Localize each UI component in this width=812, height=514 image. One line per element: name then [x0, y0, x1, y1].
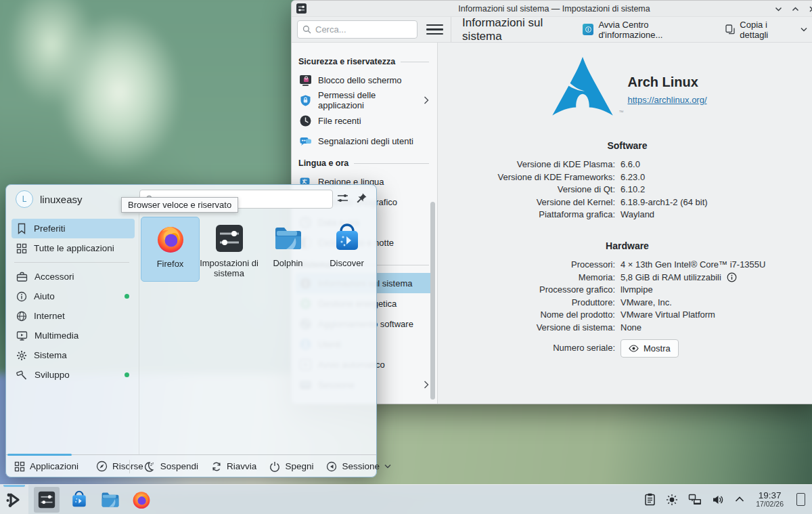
- eye-icon: [629, 345, 639, 352]
- info-row: Piattaforma grafica:Wayland: [438, 209, 812, 221]
- info-row: Nome del prodotto:VMware Virtual Platfor…: [438, 309, 812, 322]
- close-button[interactable]: [807, 4, 812, 14]
- app-tile-impostazioni-di-sistema[interactable]: Impostazioni di sistema: [200, 217, 258, 282]
- shutdown-icon: [269, 461, 280, 472]
- hardware-heading: Hardware: [438, 240, 812, 251]
- info-row: Versione di Qt:6.10.2: [438, 184, 812, 196]
- application-launcher-popup: L linuxeasy Browser veloce e riservato P…: [5, 184, 377, 477]
- network-icon[interactable]: [688, 494, 702, 506]
- app-tile-discover[interactable]: Discover: [317, 217, 376, 282]
- new-badge-dot: [125, 294, 129, 299]
- info-row: Versione del Kernel:6.18.9-arch1-2 (64 b…: [438, 196, 812, 209]
- sidebar-item-preferiti[interactable]: Preferiti: [12, 219, 135, 238]
- distro-url-link[interactable]: https://archlinux.org/: [627, 95, 706, 105]
- show-serial-button[interactable]: Mostra: [621, 339, 679, 358]
- titlebar[interactable]: Informazioni sul sistema — Impostazioni …: [292, 1, 812, 17]
- application-launcher-button[interactable]: [0, 485, 28, 514]
- show-desktop-button[interactable]: [796, 493, 805, 506]
- sidebar-item-multimedia[interactable]: Multimedia: [12, 326, 135, 345]
- chevron-up-icon[interactable]: [735, 496, 744, 502]
- firefox-icon: [131, 490, 152, 510]
- minimize-button[interactable]: [773, 4, 783, 14]
- launch-info-center-button[interactable]: i Avvia Centro d'informazione...: [583, 20, 712, 40]
- memory-info-icon[interactable]: [727, 272, 737, 282]
- menu-icon[interactable]: [426, 23, 443, 37]
- maximize-button[interactable]: [790, 4, 800, 14]
- copy-details-button[interactable]: Copia i dettagli: [725, 20, 807, 40]
- shutdown-button[interactable]: Spegni: [269, 461, 313, 472]
- task-firefox[interactable]: [129, 487, 154, 513]
- chevron-down-icon: [800, 27, 807, 32]
- info-row: Processore grafico:llvmpipe: [438, 284, 812, 297]
- sidebar-item-internet[interactable]: Internet: [12, 306, 135, 326]
- sidebar-item-segnalazioni-degli-utenti[interactable]: Segnalazioni degli utenti: [296, 131, 433, 151]
- bookmark-icon: [16, 223, 27, 234]
- distro-name: Arch Linux: [627, 74, 706, 90]
- dolphin-icon: [273, 223, 304, 254]
- configure-icon[interactable]: [336, 192, 349, 204]
- launcher-sidebar: Preferiti Tutte le applicazioni Accessor…: [6, 213, 139, 454]
- settings-search[interactable]: [297, 20, 418, 39]
- software-heading: Software: [438, 140, 812, 151]
- new-badge-dot: [125, 372, 129, 377]
- suspend-icon: zz: [143, 461, 156, 472]
- chevron-right-icon: [424, 96, 429, 104]
- user-feedback-icon: [299, 135, 312, 148]
- pin-icon[interactable]: [356, 192, 367, 204]
- sidebar-item-sistema[interactable]: Sistema: [12, 345, 135, 365]
- tab-risorse[interactable]: Risorse: [96, 461, 143, 472]
- task-discover[interactable]: [66, 487, 92, 513]
- system-icon: [16, 350, 27, 361]
- info-row: Processori:4 × 13th Gen Intel® Core™ i7-…: [438, 259, 812, 272]
- tab-applicazioni[interactable]: Applicazioni: [14, 461, 78, 472]
- app-tile-firefox[interactable]: Firefox: [141, 217, 200, 282]
- favorites-grid: Firefox Impostazioni di sistema Dolphin …: [139, 213, 376, 454]
- system-settings-icon: [214, 223, 245, 254]
- firefox-tooltip: Browser veloce e riservato: [121, 197, 238, 213]
- task-dolphin[interactable]: [97, 487, 123, 513]
- settings-search-input[interactable]: [315, 24, 412, 35]
- restart-button[interactable]: Riavvia: [211, 461, 256, 472]
- brightness-icon[interactable]: [666, 494, 678, 506]
- all-apps-icon: [16, 243, 27, 254]
- active-tab-indicator: [7, 454, 72, 456]
- user-avatar[interactable]: L: [16, 190, 33, 208]
- chevron-right-icon: [424, 381, 429, 389]
- sidebar-item-blocco-dello-schermo[interactable]: Blocco dello schermo: [296, 70, 433, 90]
- task-system-settings[interactable]: [34, 487, 60, 513]
- section-header: Lingua e ora: [292, 155, 437, 171]
- app-tile-dolphin[interactable]: Dolphin: [258, 217, 317, 282]
- chevron-down-icon: [384, 464, 391, 469]
- info-row: Versione di KDE Plasma:6.6.0: [438, 158, 812, 171]
- info-row: Produttore:VMware, Inc.: [438, 297, 812, 309]
- sidebar-item-tutte-le-applicazioni[interactable]: Tutte le applicazioni: [12, 238, 135, 258]
- sidebar-item-permessi-delle-applicazioni[interactable]: Permessi delle applicazioni: [296, 90, 433, 110]
- system-settings-icon: [296, 3, 307, 14]
- sidebar-item-aiuto[interactable]: Aiuto: [12, 286, 135, 306]
- arch-linux-logo: ™: [547, 56, 618, 124]
- firefox-icon: [155, 223, 186, 255]
- sidebar-item-accessori[interactable]: Accessori: [12, 267, 135, 286]
- sidebar-scrollbar[interactable]: [430, 202, 435, 400]
- dolphin-icon: [100, 490, 120, 510]
- clock-date: 17/02/26: [756, 500, 784, 508]
- system-tray: 19:37 17/02/26: [644, 491, 812, 509]
- section-header: Sicurezza e riservatezza: [292, 53, 437, 70]
- page-title: Informazioni sul sistema: [462, 16, 583, 43]
- clock[interactable]: 19:37 17/02/26: [756, 491, 784, 509]
- svg-text:z: z: [152, 461, 154, 465]
- session-menu-button[interactable]: Sessione: [326, 461, 391, 472]
- info-row: Versione di sistema:None: [438, 322, 812, 335]
- discover-icon: [70, 490, 89, 509]
- clipboard-icon[interactable]: [644, 493, 656, 506]
- volume-icon[interactable]: [712, 494, 725, 505]
- sidebar-item-file-recenti[interactable]: File recenti: [296, 110, 433, 131]
- taskbar: 19:37 17/02/26: [0, 484, 812, 514]
- help-icon: [16, 291, 27, 302]
- system-info-page: ™ Arch Linux https://archlinux.org/ Soft…: [438, 43, 812, 404]
- sidebar-item-sviluppo[interactable]: Sviluppo: [12, 365, 135, 385]
- multimedia-icon: [16, 330, 28, 341]
- suspend-button[interactable]: zz Sospendi: [143, 461, 198, 472]
- plasma-logo-icon: [5, 490, 24, 509]
- user-name: linuxeasy: [40, 194, 83, 205]
